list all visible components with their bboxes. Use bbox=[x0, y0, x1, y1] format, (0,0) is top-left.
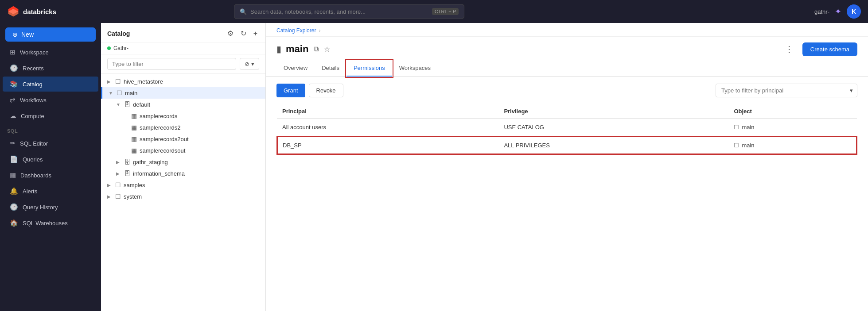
new-button[interactable]: ⊕ New bbox=[5, 27, 96, 42]
object-cell: ☐ main bbox=[728, 119, 857, 137]
table-icon: ▦ bbox=[131, 147, 137, 154]
tree-item-samplerecords2[interactable]: ▦ samplerecords2 bbox=[117, 122, 265, 133]
page-title: main bbox=[286, 43, 308, 55]
title-actions: ⧉ ☆ bbox=[313, 44, 331, 54]
main-content-area: Catalog Explorer › ▮ main ⧉ ☆ ⋮ Create s… bbox=[266, 23, 868, 311]
sidebar-item-label: Recents bbox=[23, 65, 44, 72]
status-dot bbox=[107, 46, 111, 50]
table-row-highlighted[interactable]: DB_SP ALL PRIVILEGES ☐ main bbox=[277, 136, 857, 154]
tree-item-samplerecords2out[interactable]: ▦ samplerecords2out bbox=[117, 133, 265, 145]
tree-item-hive-metastore[interactable]: ▶ ☐ hive_metastore bbox=[101, 76, 265, 87]
header-right: ⋮ Create schema bbox=[781, 42, 857, 56]
permissions-toolbar: Grant Revoke ▾ bbox=[276, 84, 857, 97]
catalog-filter-input[interactable] bbox=[107, 58, 236, 70]
bookmark-button[interactable]: ☆ bbox=[323, 44, 331, 54]
spacer bbox=[123, 137, 128, 142]
catalog-filter-bar: ⊘ ▾ bbox=[101, 54, 265, 74]
create-schema-button[interactable]: Create schema bbox=[802, 42, 857, 56]
table-icon: ▦ bbox=[131, 124, 137, 131]
object-label: main bbox=[742, 142, 754, 149]
breadcrumb-catalog-explorer[interactable]: Catalog Explorer bbox=[276, 27, 316, 34]
more-options-button[interactable]: ⋮ bbox=[781, 42, 797, 56]
sidebar-item-queries[interactable]: 📄 Queries bbox=[3, 152, 98, 167]
object-cell: ☐ main bbox=[728, 136, 857, 154]
catalog-workspace: Gathr- bbox=[101, 42, 265, 54]
tab-label: Permissions bbox=[354, 65, 385, 71]
tab-details[interactable]: Details bbox=[315, 60, 346, 77]
sidebar-item-recents[interactable]: 🕐 Recents bbox=[3, 61, 98, 76]
tree-item-gathr-staging[interactable]: ▶ 🗄 gathr_staging bbox=[110, 156, 265, 168]
sidebar: ⊕ New ⊞ Workspace 🕐 Recents 📚 Catalog ⇄ … bbox=[0, 23, 101, 311]
sidebar-item-label: Catalog bbox=[23, 81, 43, 88]
sidebar-item-sql-warehouses[interactable]: 🏠 SQL Warehouses bbox=[3, 215, 98, 230]
tree-item-label: gathr_staging bbox=[133, 159, 168, 165]
sidebar-item-sql-editor[interactable]: ✏ SQL Editor bbox=[3, 136, 98, 151]
spacer bbox=[123, 148, 128, 153]
sidebar-item-label: SQL Warehouses bbox=[23, 220, 68, 227]
tab-label: Overview bbox=[284, 65, 307, 71]
filter-icon: ⊘ bbox=[245, 61, 249, 67]
chevron-right-icon: ▶ bbox=[107, 183, 113, 188]
alerts-icon: 🔔 bbox=[10, 187, 18, 195]
object-label: main bbox=[742, 124, 754, 131]
breadcrumb: Catalog Explorer › bbox=[266, 23, 868, 37]
tree-item-main[interactable]: ▼ ☐ main bbox=[101, 87, 265, 99]
grant-button[interactable]: Grant bbox=[276, 84, 305, 97]
search-icon: 🔍 bbox=[240, 8, 247, 15]
refresh-button[interactable]: ↻ bbox=[239, 28, 248, 38]
content-header: ▮ main ⧉ ☆ ⋮ Create schema bbox=[266, 37, 868, 60]
spacer bbox=[123, 125, 128, 130]
main-layout: ⊕ New ⊞ Workspace 🕐 Recents 📚 Catalog ⇄ … bbox=[0, 23, 868, 311]
principal-cell: DB_SP bbox=[277, 136, 498, 154]
filter-options-button[interactable]: ⊘ ▾ bbox=[240, 58, 259, 70]
queries-icon: 📄 bbox=[10, 155, 18, 163]
sidebar-item-workflows[interactable]: ⇄ Workflows bbox=[3, 92, 98, 108]
catalog-header: Catalog ⚙ ↻ + bbox=[101, 23, 265, 42]
sidebar-item-label: Queries bbox=[23, 156, 43, 163]
tab-label: Details bbox=[322, 65, 339, 71]
plus-icon: ⊕ bbox=[12, 31, 18, 38]
permissions-table: Principal Privilege Object All account u… bbox=[276, 104, 857, 155]
tree-item-samplerecords[interactable]: ▦ samplerecords bbox=[117, 110, 265, 122]
sidebar-item-alerts[interactable]: 🔔 Alerts bbox=[3, 184, 98, 199]
tree-item-default[interactable]: ▼ 🗄 default bbox=[110, 99, 265, 110]
add-catalog-button[interactable]: + bbox=[252, 29, 259, 38]
catalog-panel: Catalog ⚙ ↻ + Gathr- ⊘ ▾ ▶ ☐ hive_metast… bbox=[101, 23, 266, 311]
chevron-right-icon: ▶ bbox=[116, 160, 121, 165]
tree-item-label: default bbox=[133, 101, 150, 108]
sql-warehouses-icon: 🏠 bbox=[10, 219, 18, 227]
sidebar-item-label: Workspace bbox=[20, 49, 49, 56]
search-input[interactable] bbox=[250, 8, 428, 15]
copy-button[interactable]: ⧉ bbox=[313, 44, 319, 54]
tree-item-system[interactable]: ▶ ☐ system bbox=[101, 191, 265, 202]
tree-item-samples[interactable]: ▶ ☐ samples bbox=[101, 179, 265, 191]
sidebar-item-dashboards[interactable]: ▦ Dashboards bbox=[3, 168, 98, 183]
workspace-name: Gathr- bbox=[113, 45, 128, 51]
revoke-button[interactable]: Revoke bbox=[309, 84, 343, 97]
perm-actions: Grant Revoke bbox=[276, 84, 343, 97]
tree-item-information-schema[interactable]: ▶ 🗄 information_schema bbox=[110, 168, 265, 179]
sidebar-item-query-history[interactable]: 🕑 Query History bbox=[3, 200, 98, 215]
catalog-icon: 📚 bbox=[10, 80, 18, 88]
global-search[interactable]: 🔍 CTRL + P bbox=[234, 4, 464, 19]
tree-item-label: samplerecordsout bbox=[140, 147, 185, 154]
catalog-copy-icon: ▮ bbox=[276, 44, 281, 54]
principal-filter-wrap: ▾ bbox=[716, 84, 857, 97]
sidebar-item-compute[interactable]: ☁ Compute bbox=[3, 108, 98, 123]
settings-button[interactable]: ⚙ bbox=[226, 28, 235, 38]
sidebar-item-workspace[interactable]: ⊞ Workspace bbox=[3, 45, 98, 60]
tab-permissions[interactable]: Permissions bbox=[346, 60, 392, 77]
catalog-tree: ▶ ☐ hive_metastore ▼ ☐ main ▼ 🗄 default bbox=[101, 74, 265, 311]
tree-children-main: ▼ 🗄 default ▦ samplerecords ▦ samplereco… bbox=[101, 99, 265, 179]
catalog-object-icon: ☐ bbox=[115, 193, 121, 200]
sidebar-item-catalog[interactable]: 📚 Catalog bbox=[3, 77, 98, 92]
avatar[interactable]: K bbox=[847, 4, 861, 19]
principal-filter-input[interactable] bbox=[716, 84, 857, 97]
tab-workspaces[interactable]: Workspaces bbox=[392, 60, 438, 77]
col-header-principal: Principal bbox=[277, 104, 498, 119]
object-icon: ☐ bbox=[734, 142, 739, 149]
chevron-right-icon: ▶ bbox=[107, 194, 113, 199]
tab-overview[interactable]: Overview bbox=[276, 60, 315, 77]
table-row[interactable]: All account users USE CATALOG ☐ main bbox=[277, 119, 857, 137]
tree-item-samplerecordsout[interactable]: ▦ samplerecordsout bbox=[117, 145, 265, 156]
